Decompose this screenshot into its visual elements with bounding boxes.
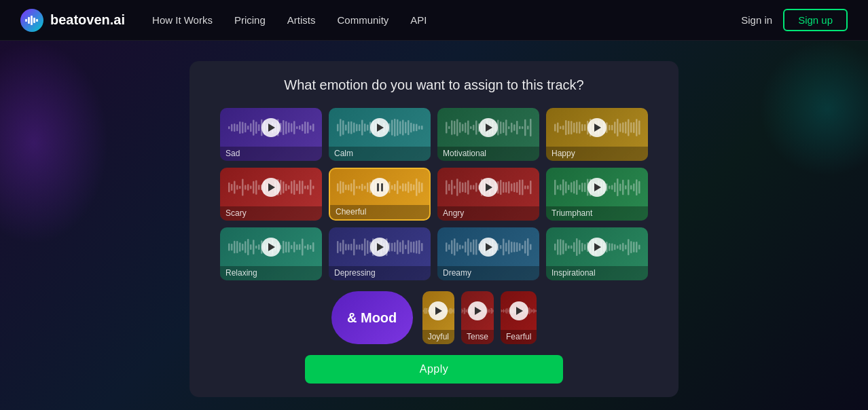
svg-rect-357 xyxy=(554,243,556,250)
mood-card-tense[interactable]: Tense xyxy=(461,291,494,344)
play-button-motivational[interactable] xyxy=(479,118,498,137)
svg-rect-200 xyxy=(454,185,456,189)
svg-rect-423 xyxy=(464,308,465,314)
svg-rect-347 xyxy=(505,242,507,251)
nav-api[interactable]: API xyxy=(410,14,427,26)
svg-rect-268 xyxy=(247,239,249,255)
navbar: beatoven.ai How It Works Pricing Artists… xyxy=(0,0,868,41)
svg-rect-299 xyxy=(353,238,355,255)
svg-rect-226 xyxy=(524,185,526,189)
nav-how-it-works[interactable]: How It Works xyxy=(152,14,213,26)
svg-rect-48 xyxy=(367,124,369,130)
mood-card-cheerful[interactable]: Cheerful xyxy=(329,168,431,221)
play-button-triumphant[interactable] xyxy=(587,178,607,197)
svg-rect-366 xyxy=(579,240,581,254)
svg-rect-96 xyxy=(519,126,521,129)
mood-card-relaxing[interactable]: Relaxing xyxy=(220,227,322,280)
play-button-depressing[interactable] xyxy=(370,238,389,257)
svg-rect-157 xyxy=(293,180,295,195)
nav-community[interactable]: Community xyxy=(337,14,388,26)
svg-rect-112 xyxy=(584,124,586,131)
svg-rect-260 xyxy=(638,181,640,193)
signin-button[interactable]: Sign in xyxy=(741,14,772,26)
svg-rect-283 xyxy=(288,241,290,252)
svg-rect-143 xyxy=(255,180,257,194)
mood-card-sad[interactable]: Sad xyxy=(220,108,322,161)
play-button-scary[interactable] xyxy=(261,178,281,197)
play-button-tense[interactable] xyxy=(468,301,487,320)
svg-rect-121 xyxy=(609,125,611,130)
mood-card-fearful[interactable]: Fearful xyxy=(501,291,537,344)
svg-rect-139 xyxy=(245,185,247,189)
svg-rect-298 xyxy=(350,243,352,250)
svg-rect-480 xyxy=(531,309,532,312)
svg-rect-142 xyxy=(253,181,255,193)
svg-rect-173 xyxy=(359,185,361,189)
play-button-angry[interactable] xyxy=(479,178,498,197)
svg-rect-93 xyxy=(511,122,513,132)
svg-rect-30 xyxy=(296,126,298,128)
mood-card-calm[interactable]: Calm xyxy=(329,108,431,161)
svg-rect-144 xyxy=(258,185,260,189)
play-button-relaxing[interactable] xyxy=(261,238,281,257)
svg-rect-453 xyxy=(501,310,502,312)
svg-rect-110 xyxy=(579,122,581,134)
svg-rect-161 xyxy=(304,185,306,189)
svg-rect-98 xyxy=(524,119,526,136)
svg-rect-264 xyxy=(236,241,238,253)
mood-card-angry[interactable]: Angry xyxy=(437,168,539,221)
svg-rect-481 xyxy=(532,310,533,312)
play-button-fearful[interactable] xyxy=(509,301,528,320)
mood-card-motivational[interactable]: Motivational xyxy=(437,108,539,161)
svg-rect-265 xyxy=(239,242,241,252)
svg-rect-106 xyxy=(568,120,570,134)
mood-card-depressing[interactable]: Depressing xyxy=(329,227,431,280)
svg-rect-45 xyxy=(359,124,361,131)
play-button-dreamy[interactable] xyxy=(479,238,498,257)
svg-rect-391 xyxy=(424,308,425,314)
svg-rect-345 xyxy=(500,245,502,249)
pause-button-cheerful[interactable] xyxy=(370,178,389,197)
svg-rect-134 xyxy=(231,184,233,191)
svg-rect-356 xyxy=(530,244,532,250)
svg-rect-99 xyxy=(527,126,529,130)
play-button-happy[interactable] xyxy=(587,118,607,137)
play-button-inspirational[interactable] xyxy=(587,238,607,257)
mood-card-inspirational[interactable]: Inspirational xyxy=(546,227,648,280)
mood-card-scary[interactable]: Scary xyxy=(220,168,322,221)
svg-rect-324 xyxy=(421,243,423,251)
play-button-calm[interactable] xyxy=(370,118,389,137)
svg-rect-207 xyxy=(473,185,475,189)
svg-rect-384 xyxy=(628,239,630,255)
play-button-sad[interactable] xyxy=(261,118,281,137)
svg-rect-79 xyxy=(473,124,475,130)
logo[interactable]: beatoven.ai xyxy=(20,9,125,32)
play-button-joyful[interactable] xyxy=(429,301,448,320)
signup-button[interactable]: Sign up xyxy=(783,9,848,31)
svg-rect-57 xyxy=(391,119,393,135)
svg-rect-262 xyxy=(231,243,233,250)
nav-artists[interactable]: Artists xyxy=(287,14,316,26)
svg-rect-349 xyxy=(511,241,513,252)
svg-rect-233 xyxy=(565,181,567,193)
svg-rect-387 xyxy=(636,242,638,253)
svg-rect-128 xyxy=(628,119,630,136)
mood-card-dreamy[interactable]: Dreamy xyxy=(437,227,539,280)
nav-pricing[interactable]: Pricing xyxy=(234,14,266,26)
svg-rect-386 xyxy=(633,242,635,253)
svg-rect-322 xyxy=(416,240,418,253)
svg-rect-8 xyxy=(236,124,238,130)
svg-rect-294 xyxy=(340,242,342,251)
svg-rect-103 xyxy=(560,126,562,129)
svg-rect-353 xyxy=(522,245,524,249)
svg-rect-304 xyxy=(367,240,369,254)
svg-rect-231 xyxy=(560,184,562,190)
svg-rect-359 xyxy=(560,239,562,255)
svg-rect-90 xyxy=(503,122,505,133)
mood-card-happy[interactable]: Happy xyxy=(546,108,648,161)
mood-card-triumphant[interactable]: Triumphant xyxy=(546,168,648,221)
mood-card-joyful[interactable]: Joyful xyxy=(422,291,454,344)
apply-button[interactable]: Apply xyxy=(305,355,563,384)
svg-rect-266 xyxy=(242,244,244,250)
svg-rect-302 xyxy=(361,244,363,250)
